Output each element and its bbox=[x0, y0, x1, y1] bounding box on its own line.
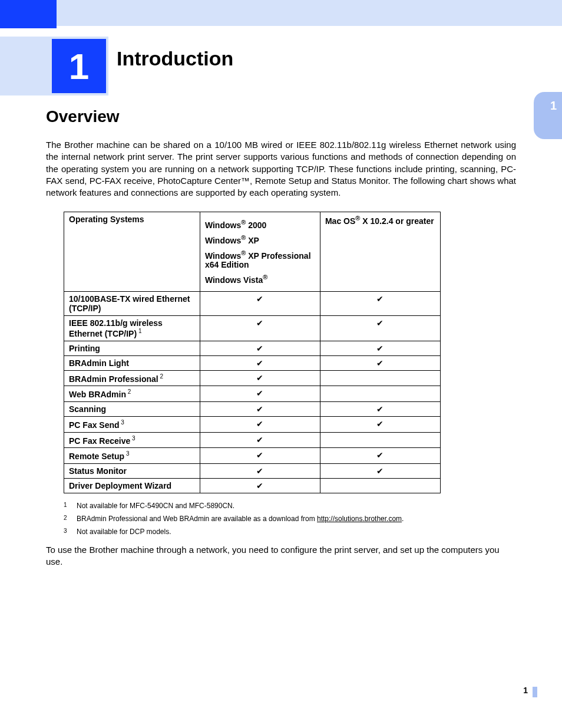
page-mark bbox=[533, 687, 537, 697]
table-row: Remote Setup 3✔✔ bbox=[64, 448, 441, 464]
check-icon: ✔ bbox=[200, 478, 320, 493]
check-icon: ✔ bbox=[320, 448, 440, 464]
section-heading: Overview bbox=[46, 107, 516, 126]
check-icon: ✔ bbox=[320, 355, 440, 370]
footnote-ref: 3 bbox=[130, 435, 135, 442]
top-banner bbox=[0, 0, 562, 26]
feature-label-cell: BRAdmin Professional 2 bbox=[64, 370, 200, 386]
closing-paragraph: To use the Brother machine through a net… bbox=[46, 544, 516, 568]
check-icon: ✔ bbox=[200, 386, 320, 402]
footnote-number: 1 bbox=[64, 502, 77, 510]
feature-label-cell: IEEE 802.11b/g wireless Ethernet (TCP/IP… bbox=[64, 315, 200, 341]
check-icon: ✔ bbox=[320, 401, 440, 416]
check-icon: ✔ bbox=[320, 341, 440, 355]
check-icon: ✔ bbox=[200, 355, 320, 370]
footnote: 1Not available for MFC-5490CN and MFC-58… bbox=[64, 502, 516, 510]
feature-label-cell: 10/100BASE-TX wired Ethernet (TCP/IP) bbox=[64, 291, 200, 315]
feature-label-cell: Printing bbox=[64, 341, 200, 355]
intro-paragraph: The Brother machine can be shared on a 1… bbox=[46, 139, 516, 199]
os-list-item: Windows® 2000 bbox=[205, 219, 315, 230]
footnote-ref: 2 bbox=[158, 373, 163, 380]
top-banner-accent bbox=[0, 0, 57, 28]
feature-label-cell: PC Fax Send 3 bbox=[64, 416, 200, 432]
header-mac: Mac OS® X 10.2.4 or greater bbox=[320, 212, 440, 292]
feature-label-cell: Scanning bbox=[64, 401, 200, 416]
check-icon: ✔ bbox=[200, 370, 320, 386]
side-tab: 1 bbox=[534, 92, 562, 139]
table-row: Web BRAdmin 2✔ bbox=[64, 386, 441, 402]
check-icon: ✔ bbox=[320, 315, 440, 341]
footnote-text: BRAdmin Professional and Web BRAdmin are… bbox=[77, 515, 404, 523]
footnotes: 1Not available for MFC-5490CN and MFC-58… bbox=[64, 502, 516, 536]
header-windows: Windows® 2000Windows® XPWindows® XP Prof… bbox=[200, 212, 320, 292]
check-icon bbox=[320, 386, 440, 402]
header-operating-systems: Operating Systems bbox=[64, 212, 200, 292]
check-icon: ✔ bbox=[200, 291, 320, 315]
check-icon: ✔ bbox=[200, 341, 320, 355]
check-icon: ✔ bbox=[320, 463, 440, 478]
check-icon: ✔ bbox=[200, 416, 320, 432]
table-row: PC Fax Receive 3✔ bbox=[64, 432, 441, 448]
feature-label-cell: PC Fax Receive 3 bbox=[64, 432, 200, 448]
check-icon: ✔ bbox=[200, 315, 320, 341]
chapter-title: Introduction bbox=[117, 47, 233, 70]
check-icon: ✔ bbox=[200, 463, 320, 478]
check-icon bbox=[320, 478, 440, 493]
os-list-item: Windows Vista® bbox=[205, 274, 315, 285]
check-icon: ✔ bbox=[200, 432, 320, 448]
feature-label-cell: Web BRAdmin 2 bbox=[64, 386, 200, 402]
os-list-item: Windows® XP bbox=[205, 234, 315, 245]
feature-table: Operating Systems Windows® 2000Windows® … bbox=[64, 212, 441, 493]
feature-label-cell: BRAdmin Light bbox=[64, 355, 200, 370]
table-row: Scanning✔✔ bbox=[64, 401, 441, 416]
footnote-link[interactable]: http://solutions.brother.com bbox=[317, 515, 402, 523]
check-icon: ✔ bbox=[200, 401, 320, 416]
check-icon: ✔ bbox=[320, 416, 440, 432]
table-row: 10/100BASE-TX wired Ethernet (TCP/IP)✔✔ bbox=[64, 291, 441, 315]
table-row: BRAdmin Professional 2✔ bbox=[64, 370, 441, 386]
os-list-item: Windows® XP Professional x64 Edition bbox=[205, 249, 315, 270]
check-icon bbox=[320, 370, 440, 386]
footnote-number: 3 bbox=[64, 528, 77, 536]
table-row: Driver Deployment Wizard✔ bbox=[64, 478, 441, 493]
chapter-number: 1 bbox=[52, 39, 106, 93]
footnote-text: Not available for MFC-5490CN and MFC-589… bbox=[77, 502, 234, 510]
table-row: IEEE 802.11b/g wireless Ethernet (TCP/IP… bbox=[64, 315, 441, 341]
chapter-block: 1 bbox=[0, 37, 108, 95]
footnote-text: Not available for DCP models. bbox=[77, 528, 171, 536]
check-icon: ✔ bbox=[200, 448, 320, 464]
footnote-ref: 3 bbox=[124, 450, 129, 457]
feature-label-cell: Remote Setup 3 bbox=[64, 448, 200, 464]
page-number: 1 bbox=[523, 686, 528, 695]
footnote: 3Not available for DCP models. bbox=[64, 528, 516, 536]
footnote-ref: 1 bbox=[137, 328, 141, 334]
table-row: BRAdmin Light✔✔ bbox=[64, 355, 441, 370]
table-row: Status Monitor✔✔ bbox=[64, 463, 441, 478]
table-row: Printing✔✔ bbox=[64, 341, 441, 355]
feature-label-cell: Driver Deployment Wizard bbox=[64, 478, 200, 493]
footnote-number: 2 bbox=[64, 515, 77, 523]
feature-label-cell: Status Monitor bbox=[64, 463, 200, 478]
table-row: PC Fax Send 3✔✔ bbox=[64, 416, 441, 432]
footnote-ref: 3 bbox=[120, 419, 124, 426]
table-header-row: Operating Systems Windows® 2000Windows® … bbox=[64, 212, 441, 292]
check-icon bbox=[320, 432, 440, 448]
check-icon: ✔ bbox=[320, 291, 440, 315]
footnote: 2BRAdmin Professional and Web BRAdmin ar… bbox=[64, 515, 516, 523]
page-content: Overview The Brother machine can be shar… bbox=[46, 107, 516, 568]
footnote-ref: 2 bbox=[126, 388, 131, 395]
